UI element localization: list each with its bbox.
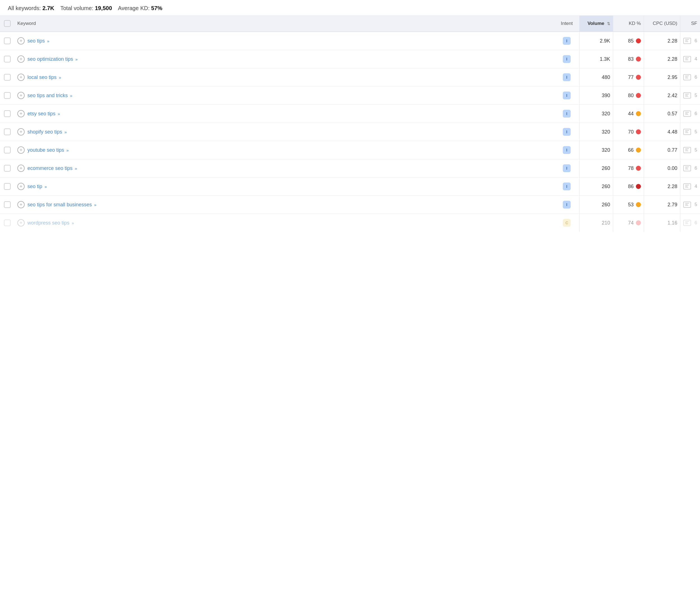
row-checkbox-cell[interactable] (0, 177, 15, 196)
keyword-text[interactable]: local seo tips » (28, 75, 61, 80)
keyword-text[interactable]: seo tips for small businesses » (28, 202, 96, 208)
drill-down-icon[interactable]: » (45, 184, 47, 189)
row-keyword-cell[interactable]: + seo optimization tips » (15, 50, 554, 68)
keyword-text[interactable]: youtube seo tips » (28, 147, 68, 153)
serp-features-icon[interactable] (683, 129, 691, 135)
search-mini-icon (685, 93, 689, 98)
drill-down-icon[interactable]: » (59, 75, 61, 80)
select-all-checkbox[interactable] (4, 20, 11, 27)
row-keyword-cell[interactable]: + etsy seo tips » (15, 105, 554, 123)
keyword-text[interactable]: seo tip » (28, 183, 47, 190)
serp-features-icon[interactable] (683, 111, 691, 117)
add-keyword-icon[interactable]: + (17, 146, 25, 154)
row-checkbox[interactable] (4, 128, 11, 135)
svg-rect-21 (685, 166, 689, 167)
row-checkbox[interactable] (4, 56, 11, 62)
sort-icon[interactable]: ⇅ (607, 21, 610, 26)
row-cpc-cell: 2.28 (644, 50, 680, 68)
serp-features-icon[interactable] (683, 92, 691, 98)
row-checkbox-cell[interactable] (0, 86, 15, 105)
row-checkbox-cell[interactable] (0, 68, 15, 86)
add-keyword-icon[interactable]: + (17, 55, 25, 63)
add-keyword-icon[interactable]: + (17, 74, 25, 81)
row-keyword-cell[interactable]: + ecommerce seo tips » (15, 159, 554, 177)
row-checkbox[interactable] (4, 220, 11, 226)
row-checkbox-cell[interactable] (0, 159, 15, 177)
add-keyword-icon[interactable]: + (17, 219, 25, 226)
row-intent-cell: I (554, 141, 579, 159)
row-checkbox[interactable] (4, 165, 11, 172)
keyword-text[interactable]: shopify seo tips » (28, 129, 67, 135)
add-keyword-icon[interactable]: + (17, 110, 25, 117)
row-checkbox-cell[interactable] (0, 105, 15, 123)
row-keyword-cell[interactable]: + seo tips for small businesses » (15, 196, 554, 214)
keyword-text[interactable]: seo tips and tricks » (28, 93, 72, 98)
row-checkbox[interactable] (4, 147, 11, 154)
row-keyword-cell[interactable]: + local seo tips » (15, 68, 554, 86)
add-keyword-icon[interactable]: + (17, 183, 25, 190)
kd-dot (636, 93, 641, 98)
row-keyword-cell[interactable]: + seo tips and tricks » (15, 86, 554, 105)
add-keyword-icon[interactable]: + (17, 128, 25, 135)
keywords-table-wrapper: Keyword Intent Volume ⇅ KD % CPC (USD) S… (0, 16, 700, 232)
row-checkbox-cell[interactable] (0, 123, 15, 141)
row-keyword-cell[interactable]: + shopify seo tips » (15, 123, 554, 141)
svg-rect-31 (685, 222, 688, 223)
row-checkbox[interactable] (4, 92, 11, 99)
keyword-text[interactable]: ecommerce seo tips » (28, 165, 77, 171)
row-checkbox-cell[interactable] (0, 196, 15, 214)
drill-down-icon[interactable]: » (72, 221, 74, 225)
drill-down-icon[interactable]: » (58, 111, 60, 116)
add-keyword-icon[interactable]: + (17, 201, 25, 208)
add-keyword-icon[interactable]: + (17, 92, 25, 99)
drill-down-icon[interactable]: » (94, 203, 96, 207)
serp-features-icon[interactable] (683, 56, 691, 62)
keyword-text[interactable]: wordpress seo tips » (28, 220, 74, 226)
row-checkbox-cell[interactable] (0, 214, 15, 232)
average-kd-value: 57% (151, 5, 162, 11)
header-volume[interactable]: Volume ⇅ (579, 16, 613, 32)
drill-down-icon[interactable]: » (66, 148, 68, 152)
total-volume-value: 19,500 (95, 5, 112, 11)
serp-features-icon[interactable] (683, 202, 691, 208)
kd-value: 85 (628, 38, 634, 44)
sf-number: 6 (692, 220, 697, 226)
row-checkbox[interactable] (4, 201, 11, 208)
serp-features-icon[interactable] (683, 38, 691, 44)
drill-down-icon[interactable]: » (64, 130, 67, 134)
row-keyword-cell[interactable]: + youtube seo tips » (15, 141, 554, 159)
row-checkbox[interactable] (4, 183, 11, 190)
row-checkbox[interactable] (4, 110, 11, 117)
kd-value: 70 (628, 129, 634, 135)
keyword-text[interactable]: seo tips » (28, 38, 49, 44)
drill-down-icon[interactable]: » (70, 93, 72, 98)
sf-number: 5 (692, 93, 697, 98)
kd-dot (636, 184, 641, 189)
svg-rect-1 (685, 40, 688, 41)
row-checkbox-cell[interactable] (0, 50, 15, 68)
row-checkbox-cell[interactable] (0, 32, 15, 50)
row-keyword-cell[interactable]: + wordpress seo tips » (15, 214, 554, 232)
row-keyword-cell[interactable]: + seo tip » (15, 177, 554, 196)
drill-down-icon[interactable]: » (75, 57, 78, 62)
header-checkbox[interactable] (0, 16, 15, 32)
row-keyword-cell[interactable]: + seo tips » (15, 32, 554, 50)
keyword-text[interactable]: etsy seo tips » (28, 111, 60, 117)
row-checkbox[interactable] (4, 37, 11, 44)
intent-badge: I (563, 201, 571, 209)
svg-rect-26 (685, 187, 688, 188)
drill-down-icon[interactable]: » (75, 166, 77, 171)
drill-down-icon[interactable]: » (47, 38, 49, 43)
serp-features-icon[interactable] (683, 220, 691, 226)
keyword-text[interactable]: seo optimization tips » (28, 56, 78, 62)
serp-features-icon[interactable] (683, 183, 691, 190)
row-checkbox-cell[interactable] (0, 141, 15, 159)
kd-value: 74 (628, 220, 634, 226)
serp-features-icon[interactable] (683, 165, 691, 171)
serp-features-icon[interactable] (683, 147, 691, 153)
row-checkbox[interactable] (4, 74, 11, 81)
serp-features-icon[interactable] (683, 74, 691, 80)
row-intent-cell: I (554, 32, 579, 50)
add-keyword-icon[interactable]: + (17, 37, 25, 45)
add-keyword-icon[interactable]: + (17, 165, 25, 172)
